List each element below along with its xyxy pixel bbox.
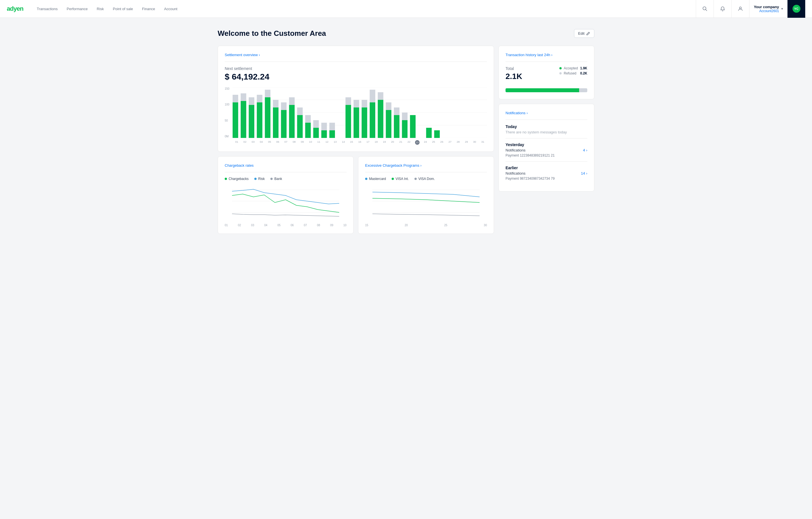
settlement-card: Settlement overview › Next settlement $ … bbox=[218, 46, 494, 152]
svg-rect-22 bbox=[289, 105, 295, 138]
edit-icon bbox=[586, 32, 590, 35]
user-avatar-button[interactable]: YC bbox=[787, 0, 805, 18]
excessive-chargeback-title[interactable]: Excessive Chargeback Programs › bbox=[365, 163, 487, 168]
navbar: adyen Transactions Performance Risk Poin… bbox=[0, 0, 812, 18]
search-icon bbox=[702, 6, 707, 11]
svg-rect-10 bbox=[241, 101, 246, 138]
svg-rect-41 bbox=[370, 90, 375, 102]
nav-finance[interactable]: Finance bbox=[138, 0, 160, 18]
tx-total-label: Total bbox=[505, 66, 522, 71]
legend-visa-int: VISA Int. bbox=[392, 177, 409, 181]
x-label-07: 07 bbox=[282, 140, 290, 145]
refused-value: 0.2K bbox=[580, 71, 587, 75]
y-label-50: 50 bbox=[225, 119, 230, 122]
today-label: Today bbox=[505, 125, 587, 129]
earlier-payment: Payment 9872340987342734 79 bbox=[505, 176, 587, 181]
svg-rect-42 bbox=[378, 100, 383, 138]
svg-rect-35 bbox=[345, 97, 351, 105]
chargebacks-dot bbox=[225, 178, 227, 180]
yesterday-payment: Payment 1223848389219121 21 bbox=[505, 154, 587, 157]
svg-rect-37 bbox=[353, 100, 359, 107]
x-label-26: 26 bbox=[438, 140, 446, 145]
tx-left: Total 2.1K bbox=[505, 66, 522, 84]
legend-risk: Risk bbox=[254, 177, 265, 181]
y-label-0: 0M bbox=[225, 135, 230, 138]
earlier-label: Earlier bbox=[505, 166, 587, 170]
tx-content: Total 2.1K Accepted 1.9K Refused 0.2K bbox=[505, 66, 587, 84]
earlier-notif-count[interactable]: 14 › bbox=[581, 171, 587, 175]
x-label-28: 28 bbox=[454, 140, 462, 145]
settlement-card-title[interactable]: Settlement overview › bbox=[225, 53, 487, 57]
svg-rect-20 bbox=[281, 110, 287, 138]
svg-rect-24 bbox=[297, 115, 303, 138]
excessive-chargeback-card: Excessive Chargeback Programs › Masterca… bbox=[358, 156, 494, 234]
chargeback-title[interactable]: Chargeback rates bbox=[225, 163, 347, 168]
y-axis-labels: 150 100 50 0M bbox=[225, 87, 230, 138]
nav-risk[interactable]: Risk bbox=[92, 0, 108, 18]
ex-x-15: 15 bbox=[365, 224, 368, 227]
cb-x-08: 08 bbox=[317, 224, 320, 227]
svg-rect-50 bbox=[410, 115, 415, 138]
nav-transactions[interactable]: Transactions bbox=[32, 0, 62, 18]
svg-rect-19 bbox=[273, 100, 279, 107]
yesterday-notif-count[interactable]: 4 › bbox=[583, 148, 587, 152]
y-label-150: 150 bbox=[225, 87, 230, 90]
notifications-card: Notifications › Today There are no syste… bbox=[498, 104, 594, 192]
cb-x-06: 06 bbox=[291, 224, 294, 227]
svg-rect-52 bbox=[434, 130, 440, 138]
x-label-17: 17 bbox=[364, 140, 372, 145]
x-label-03: 03 bbox=[249, 140, 257, 145]
yesterday-notif-label: Notifications bbox=[505, 148, 526, 152]
excessive-x-labels: 15 20 25 30 bbox=[365, 224, 487, 227]
edit-button[interactable]: Edit bbox=[574, 29, 594, 38]
svg-rect-32 bbox=[329, 130, 335, 138]
svg-rect-31 bbox=[321, 123, 327, 130]
x-label-06: 06 bbox=[273, 140, 282, 145]
right-column: Transaction history last 24h › Total 2.1… bbox=[498, 46, 594, 234]
x-label-02: 02 bbox=[241, 140, 249, 145]
cb-x-05: 05 bbox=[278, 224, 281, 227]
x-label-27: 27 bbox=[446, 140, 454, 145]
legend-visa-dom: VISA Dom. bbox=[414, 177, 435, 181]
svg-rect-40 bbox=[370, 102, 375, 138]
tx-refused-item: Refused 0.2K bbox=[559, 71, 587, 75]
accepted-dot bbox=[559, 67, 562, 70]
notif-today-section: Today There are no system messages today bbox=[505, 125, 587, 138]
nav-account[interactable]: Account bbox=[160, 0, 182, 18]
x-label-12: 12 bbox=[323, 140, 331, 145]
x-label-23: 23 bbox=[413, 140, 421, 145]
x-label-19: 19 bbox=[380, 140, 388, 145]
yesterday-notif-header: Notifications 4 › bbox=[505, 148, 587, 152]
mastercard-label: Mastercard bbox=[369, 177, 386, 181]
risk-dot bbox=[254, 178, 257, 180]
notif-yesterday-section: Yesterday Notifications 4 › Payment 1223… bbox=[505, 138, 587, 161]
tx-card-title[interactable]: Transaction history last 24h › bbox=[505, 53, 587, 57]
x-label-24: 24 bbox=[421, 140, 429, 145]
accepted-bar bbox=[505, 88, 579, 92]
chargeback-card: Chargeback rates Chargebacks Risk bbox=[218, 156, 353, 234]
ex-x-30: 30 bbox=[484, 224, 487, 227]
bar-chart-svg bbox=[233, 87, 487, 138]
svg-point-2 bbox=[739, 7, 741, 9]
dashboard-grid: Settlement overview › Next settlement $ … bbox=[218, 46, 594, 234]
svg-rect-11 bbox=[241, 93, 246, 101]
bell-icon bbox=[720, 6, 725, 11]
x-label-20: 20 bbox=[388, 140, 397, 145]
chargeback-legend: Chargebacks Risk Bank bbox=[225, 177, 347, 181]
svg-rect-36 bbox=[353, 107, 359, 138]
chargeback-x-labels: 01 02 03 04 05 06 07 08 09 10 bbox=[225, 224, 347, 227]
visa-int-dot bbox=[392, 178, 394, 180]
svg-rect-48 bbox=[402, 120, 408, 138]
search-button[interactable] bbox=[696, 0, 714, 18]
nav-pos[interactable]: Point of sale bbox=[108, 0, 138, 18]
user-button[interactable] bbox=[731, 0, 749, 18]
nav-performance[interactable]: Performance bbox=[62, 0, 92, 18]
account-selector[interactable]: Your company Account2601 ▾ bbox=[749, 0, 787, 18]
ex-x-25: 25 bbox=[444, 224, 447, 227]
x-label-05: 05 bbox=[265, 140, 273, 145]
notifications-button[interactable] bbox=[714, 0, 731, 18]
settlement-amount: $ 64,192.24 bbox=[225, 72, 487, 82]
svg-rect-45 bbox=[386, 102, 392, 110]
brand-logo[interactable]: adyen bbox=[7, 5, 23, 12]
notifications-card-title[interactable]: Notifications › bbox=[505, 111, 587, 115]
